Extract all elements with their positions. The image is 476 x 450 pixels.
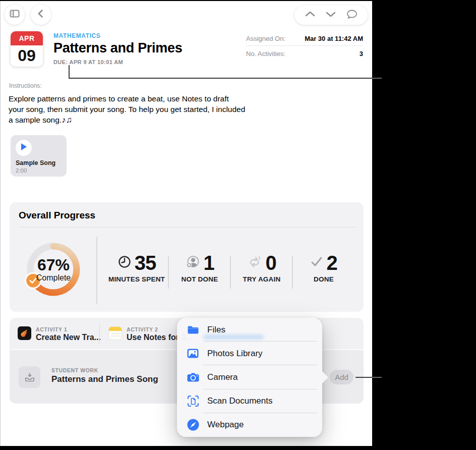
folder-icon [186,323,200,336]
activities-divider [99,323,100,344]
play-button[interactable] [16,140,32,156]
menu-label: Scan Documents [207,396,272,406]
stat-value: 2 [326,252,337,274]
sidebar-toggle-button[interactable] [5,5,25,25]
menu-label: Photos Library [207,349,263,359]
photos-icon [186,347,200,360]
meta-divider [246,45,363,46]
overall-progress-card: Overall Progress 67% Complete [10,202,364,312]
sidebar-toggle-icon [9,8,21,22]
meta-label: Assigned On: [246,35,285,42]
callout-line-add-stub [372,377,382,378]
due-date-text: DUE: APR 9 AT 10:01 AM [53,59,123,65]
add-options-popup: Files Photos Library [177,318,322,437]
activity-kind: ACTIVITY 1 [36,326,101,332]
instructions-label: Instructions: [9,82,42,89]
person-not-done-icon [185,254,200,271]
popup-pointer-arrow [321,370,328,384]
back-button[interactable] [31,5,51,25]
due-month: APR [11,31,43,45]
callout-line-add [355,377,372,378]
music-notes-icon: ♪♫ [62,115,72,125]
schoolwork-app-window: APR 09 MATHEMATICS Patterns and Primes D… [0,1,372,446]
progress-main-divider [96,237,97,304]
activity-1[interactable]: ACTIVITY 1 Create New Tra... [18,326,101,342]
clock-icon [117,255,132,271]
stat-label: MINUTES SPENT [108,275,165,283]
play-icon [20,143,27,153]
meta-label: No. Activities: [246,50,285,58]
scan-documents-icon [186,395,200,408]
menu-item-photos-library[interactable]: Photos Library [177,342,322,365]
stat-label: NOT DONE [182,275,218,283]
assignment-title: Patterns and Primes [53,40,182,56]
student-work-kind: STUDENT WORK [51,367,98,373]
menu-item-camera[interactable]: Camera [177,365,322,389]
callout-line-due-stub [372,78,382,79]
back-chevron-icon [36,9,46,21]
progress-percent-group: 67% Complete [23,239,84,300]
repeat-icon: 1 [247,254,262,271]
menu-label: Files [207,325,225,335]
menu-item-webpage[interactable]: Webpage [177,413,322,437]
activity-title: Create New Tra... [36,333,101,342]
meta-activities-count: No. Activities: 3 [246,47,363,60]
attachment-title: Sample Song [16,159,55,166]
student-work-title: Patterns and Primes Song [51,374,158,384]
subject-label: MATHEMATICS [53,32,100,39]
progress-percent: 67% [37,257,70,273]
notes-app-icon [108,326,122,340]
stat-minutes-spent: 35 MINUTES SPENT [103,252,170,283]
chevron-up-button[interactable] [304,9,317,21]
camera-icon [186,370,200,384]
header-toolbar [294,6,368,25]
menu-item-files[interactable]: Files [177,318,322,342]
chevron-down-button[interactable] [324,9,337,21]
compass-icon [186,418,200,432]
callout-line-due-vertical [69,65,70,79]
menu-item-scan-documents[interactable]: Scan Documents [177,389,322,413]
menu-label: Camera [207,372,237,382]
progress-title-divider [19,227,356,228]
stat-try-again: 1 0 TRY AGAIN [228,252,295,283]
stat-value: 0 [265,252,276,274]
stat-value: 35 [135,252,156,274]
stat-done: 2 DONE [290,252,358,283]
instructions-text: Explore patterns and primes to create a … [9,93,246,125]
meta-assigned-on: Assigned On: Mar 30 at 11:42 AM [246,32,363,44]
assignment-meta: Assigned On: Mar 30 at 11:42 AM No. Acti… [246,32,363,60]
svg-text:1: 1 [258,255,261,260]
sample-song-attachment[interactable]: Sample Song 2:00 [11,135,67,177]
stat-label: TRY AGAIN [243,275,281,283]
due-day: 09 [11,45,43,66]
meta-value: 3 [360,50,363,58]
comment-bubble-button[interactable] [345,8,359,22]
stat-not-done: 1 NOT DONE [166,252,233,283]
stat-value: 1 [203,252,214,274]
garageband-app-icon [18,326,31,340]
checkmark-icon [310,255,323,270]
menu-label: Webpage [207,420,244,430]
add-work-button[interactable]: Add [330,370,353,384]
stat-label: DONE [314,275,334,283]
submit-tray-icon [19,366,40,388]
progress-percent-caption: Complete [36,273,71,283]
progress-section-title: Overall Progress [19,210,95,221]
callout-line-due-horizontal [69,78,372,79]
due-date-badge: APR 09 [11,31,43,67]
attachment-duration: 2:00 [16,167,27,174]
meta-value: Mar 30 at 11:42 AM [305,35,363,42]
